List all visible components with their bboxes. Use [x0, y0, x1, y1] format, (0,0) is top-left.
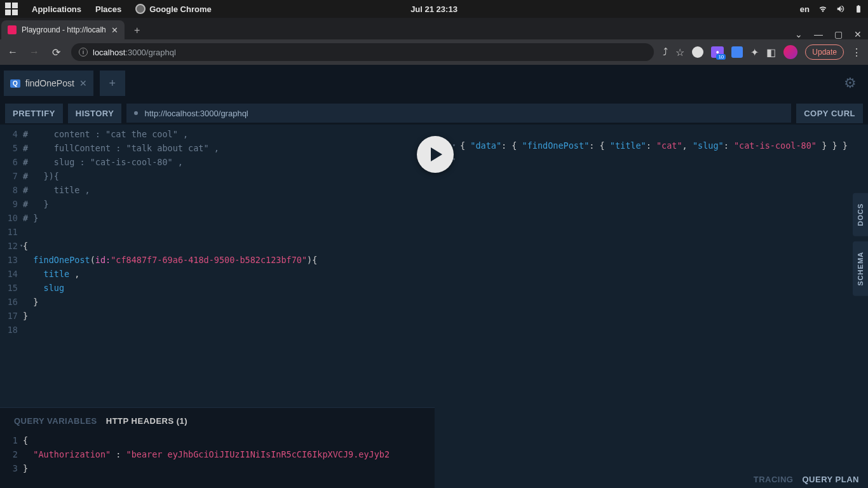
- extension-icon-2[interactable]: ●10: [711, 46, 724, 58]
- panel-icon[interactable]: ◧: [766, 46, 776, 58]
- address-bar[interactable]: i localhost:3000/graphql: [71, 43, 654, 61]
- line-gutter: 456789101112▾131415161718: [0, 127, 23, 407]
- wifi-icon[interactable]: [818, 4, 827, 13]
- os-lang[interactable]: en: [800, 4, 810, 14]
- favicon-icon: [8, 25, 17, 34]
- browser-tab-strip: Playground - http://localh ✕ + ⌄ — ▢ ✕: [0, 18, 868, 39]
- update-button[interactable]: Update: [805, 44, 844, 60]
- os-clock[interactable]: Jul 21 23:13: [410, 4, 458, 14]
- menu-dots-icon[interactable]: ⋮: [851, 46, 862, 58]
- query-plan-tab[interactable]: QUERY PLAN: [802, 475, 859, 484]
- settings-gear-icon[interactable]: ⚙: [844, 75, 868, 92]
- prettify-button[interactable]: PRETTIFY: [5, 104, 63, 123]
- http-headers-tab[interactable]: HTTP HEADERS (1): [106, 416, 187, 426]
- play-icon: [431, 147, 442, 161]
- execute-button[interactable]: [417, 136, 454, 173]
- side-tabs: DOCS SCHEMA: [853, 193, 868, 295]
- browser-tab-active[interactable]: Playground - http://localh ✕: [1, 20, 125, 39]
- extension-icon-1[interactable]: [692, 46, 703, 58]
- new-tab-button[interactable]: +: [128, 22, 146, 39]
- playground-tab-label: findOnePost: [25, 78, 74, 88]
- os-top-bar: Applications Places Google Chrome Jul 21…: [0, 0, 868, 18]
- playground-tab-active[interactable]: Q findOnePost ✕: [4, 71, 93, 96]
- playground-tabs: Q findOnePost ✕ + ⚙: [0, 65, 868, 102]
- playground-toolbar: PRETTIFY HISTORY http://localhost:3000/g…: [0, 102, 868, 125]
- os-menu-places[interactable]: Places: [95, 4, 121, 14]
- query-code[interactable]: # content : "cat the cool" , # fullConte…: [23, 127, 435, 407]
- extensions-puzzle-icon[interactable]: ✦: [750, 46, 759, 58]
- nav-back-icon[interactable]: ←: [6, 46, 19, 58]
- nav-forward-icon[interactable]: →: [28, 46, 41, 58]
- nav-reload-icon[interactable]: ⟳: [50, 46, 62, 58]
- headers-gutter: 123: [0, 433, 23, 475]
- tab-title: Playground - http://localh: [22, 25, 106, 34]
- volume-icon[interactable]: [836, 4, 845, 13]
- chrome-icon: [135, 4, 146, 14]
- headers-editor[interactable]: 123 { "Authorization" : "bearer eyJhbGci…: [0, 433, 435, 488]
- query-editor[interactable]: 456789101112▾131415161718 # content : "c…: [0, 125, 435, 407]
- tab-close-icon[interactable]: ✕: [111, 25, 118, 35]
- apps-grid-icon[interactable]: [5, 3, 18, 15]
- schema-tab[interactable]: SCHEMA: [853, 241, 868, 296]
- window-minimize-icon[interactable]: —: [814, 29, 823, 39]
- playground-new-tab[interactable]: +: [100, 71, 125, 96]
- footer-tabs: TRACING QUERY PLAN: [754, 475, 859, 484]
- playground-main: 456789101112▾131415161718 # content : "c…: [0, 125, 868, 488]
- result-pane[interactable]: ▾ ▾ { "data": { "findOnePost": { "title"…: [435, 125, 868, 488]
- result-json: { "data": { "findOnePost": { "title": "c…: [460, 139, 862, 152]
- share-icon[interactable]: ⤴: [663, 46, 668, 58]
- tracing-tab[interactable]: TRACING: [754, 475, 794, 484]
- chrome-label: Google Chrome: [149, 4, 212, 14]
- endpoint-input[interactable]: http://localhost:3000/graphql: [126, 104, 791, 123]
- browser-toolbar: ← → ⟳ i localhost:3000/graphql ⤴ ☆ ●10 ✦…: [0, 39, 868, 65]
- os-menu-applications[interactable]: Applications: [32, 4, 81, 14]
- headers-code[interactable]: { "Authorization" : "bearer eyJhbGciOiJI…: [23, 433, 435, 475]
- endpoint-url: http://localhost:3000/graphql: [144, 109, 248, 118]
- window-maximize-icon[interactable]: ▢: [834, 29, 843, 39]
- bookmark-star-icon[interactable]: ☆: [675, 46, 684, 58]
- query-badge-icon: Q: [10, 79, 20, 88]
- os-menu-chrome[interactable]: Google Chrome: [135, 4, 212, 14]
- endpoint-status-icon: [134, 111, 138, 115]
- site-info-icon[interactable]: i: [79, 48, 88, 57]
- query-variables-tab[interactable]: QUERY VARIABLES: [14, 416, 97, 426]
- playground-tab-close-icon[interactable]: ✕: [79, 78, 87, 88]
- query-editor-pane: 456789101112▾131415161718 # content : "c…: [0, 125, 435, 488]
- profile-avatar[interactable]: [783, 45, 797, 59]
- graphql-playground: Q findOnePost ✕ + ⚙ PRETTIFY HISTORY htt…: [0, 65, 868, 488]
- url-text: localhost:3000/graphql: [93, 48, 176, 57]
- docs-tab[interactable]: DOCS: [853, 193, 868, 236]
- battery-icon[interactable]: [854, 4, 863, 13]
- tab-overflow-icon[interactable]: ⌄: [795, 29, 803, 39]
- variables-panel: QUERY VARIABLES HTTP HEADERS (1) 123 { "…: [0, 407, 435, 488]
- window-close-icon[interactable]: ✕: [854, 29, 862, 39]
- history-button[interactable]: HISTORY: [68, 104, 122, 123]
- extension-icon-3[interactable]: [731, 46, 743, 58]
- copy-curl-button[interactable]: COPY CURL: [796, 104, 863, 123]
